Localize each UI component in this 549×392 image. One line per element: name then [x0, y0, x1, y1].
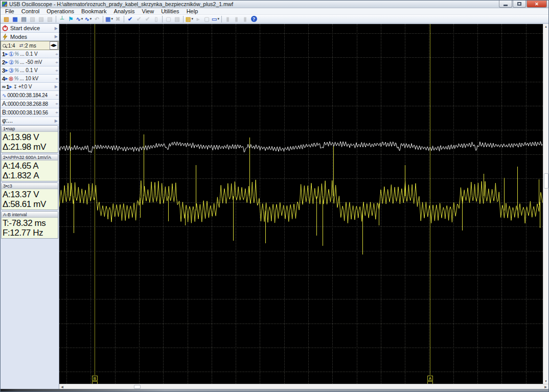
- panel-header[interactable]: 1•nap: [2, 126, 58, 132]
- panel-header[interactable]: A-B interval: [2, 212, 58, 218]
- measurement-panels: 1•napA:13.98 VΔ:21.98 mV2•APPA32 600A 1m…: [1, 125, 59, 240]
- play-icon: ▶: [5, 77, 8, 81]
- channel-enabled-icon[interactable]: ②: [9, 59, 14, 66]
- horizontal-scroll-thumb[interactable]: [134, 385, 141, 389]
- scroll-down-icon[interactable]: ▼: [543, 379, 549, 384]
- menu-analysis[interactable]: Analysis: [110, 8, 139, 15]
- menu-control[interactable]: Control: [18, 8, 43, 15]
- chevron-right-icon: ▶: [55, 84, 58, 89]
- waveform-icon: ∿: [2, 93, 6, 98]
- minimize-button[interactable]: [499, 1, 512, 8]
- panel-header[interactable]: 3•c3: [2, 183, 58, 189]
- panel-body: A:14.65 AΔ:1.832 A: [2, 160, 58, 181]
- phi-label: φ:...: [2, 117, 13, 124]
- toolbar-separator: [103, 16, 103, 22]
- save-icon: ▦: [12, 15, 17, 23]
- display-mode-button[interactable]: ▦▾: [105, 15, 113, 23]
- measurement-panel-1: 1•napA:13.98 VΔ:21.98 mV: [1, 125, 58, 153]
- toolbar: ▨▦▤▧▧▧┴⚑∿▾∿▾↶▦▾✖✔✔✔▯▢▧▨▾▸▢▭▾▮▮▮?: [1, 15, 548, 24]
- panel-body: A:13.37 VΔ:58.61 mV: [2, 189, 58, 210]
- view-time-row[interactable]: ∿0000:00:38.184.24◂▸: [1, 91, 59, 100]
- measurement-panel-3: 3•c3A:13.37 VΔ:58.61 mV: [1, 182, 58, 210]
- channel-3-row[interactable]: 3▶③%... 0.1 V◂▸: [1, 66, 59, 75]
- range-step-buttons[interactable]: ◂▸: [55, 68, 58, 73]
- accept-next-icon: ✔: [136, 15, 141, 23]
- dropdown-arrow-icon[interactable]: ▾: [217, 15, 219, 23]
- duplicate-button: ▧: [37, 15, 45, 23]
- menu-utilities[interactable]: Utilities: [157, 8, 182, 15]
- open-button[interactable]: ▨: [2, 15, 11, 23]
- menu-help[interactable]: Help: [183, 8, 202, 15]
- vertical-scroll-thumb[interactable]: [544, 173, 548, 189]
- timestamp-value: 0000:00:38.190.56: [8, 110, 48, 116]
- start-device-label: Start device: [10, 25, 40, 31]
- range-step-buttons[interactable]: ◂▸: [55, 60, 58, 64]
- time-step-buttons[interactable]: ◂▸: [55, 110, 58, 114]
- menu-bookmark[interactable]: Bookmark: [78, 8, 110, 15]
- channel-2-row[interactable]: 2▶②%... -50 mV◂▸: [1, 58, 59, 66]
- cursor-a-time-row[interactable]: A:0000:00:38.268.88◂▸: [1, 100, 59, 108]
- scroll-left-icon[interactable]: ◀: [59, 385, 65, 388]
- play-icon: ▶: [9, 85, 12, 89]
- toolbar-separator: [183, 16, 184, 22]
- panel-value-2: F:12.77 Hz: [3, 228, 57, 238]
- channel-enabled-icon[interactable]: ③: [9, 67, 14, 74]
- save-button[interactable]: ▦: [11, 15, 19, 23]
- channel-range-value: ... 0.1 V: [20, 51, 37, 57]
- channel-4-row[interactable]: 4▶⊗%... 10 kV◂▸: [1, 75, 59, 83]
- stamp-button: ▧: [173, 15, 181, 23]
- dropdown-arrow-icon[interactable]: ▾: [191, 15, 193, 23]
- folder-settings-button[interactable]: ▨▾: [185, 15, 194, 23]
- time-step-buttons[interactable]: ◂▸: [55, 102, 58, 106]
- zoom-vertical-button[interactable]: ∿▾: [75, 15, 84, 23]
- scroll-right-icon[interactable]: ▶: [543, 385, 548, 388]
- dropdown-arrow-icon[interactable]: ▾: [111, 15, 113, 23]
- archive-button: ▢: [202, 15, 211, 23]
- range-step-buttons[interactable]: ◂▸: [55, 77, 58, 81]
- menu-file[interactable]: File: [2, 8, 18, 15]
- dropdown-arrow-icon[interactable]: ▾: [81, 15, 83, 23]
- timestamp-list: ∿0000:00:38.184.24◂▸A:0000:00:38.268.88◂…: [1, 91, 59, 117]
- trigger-edge-icon: ↧: [13, 84, 17, 89]
- close-button[interactable]: ✕: [527, 1, 547, 8]
- restore-button[interactable]: [513, 1, 526, 8]
- channel-enabled-icon[interactable]: ①: [9, 51, 14, 58]
- cursor-b-time-row[interactable]: B:0000:00:38.190.56◂▸: [1, 108, 59, 117]
- accept-next-button: ✔: [134, 15, 143, 23]
- measure-marker-button[interactable]: ┴: [58, 15, 66, 23]
- view-pane-3-icon: ▮: [243, 15, 246, 23]
- channel-1-row[interactable]: 1▶①%... 0.1 V◂▸: [1, 50, 59, 58]
- zoom-vertical-icon: ∿: [76, 15, 81, 23]
- plot-area[interactable]: BA: [59, 24, 543, 384]
- vertical-scrollbar[interactable]: ▲ ▼: [543, 24, 548, 384]
- label-editor-button[interactable]: ▭▾: [211, 15, 220, 23]
- timebase-step-buttons[interactable]: ◀▶: [50, 41, 58, 50]
- menu-view[interactable]: View: [139, 8, 158, 15]
- waveform-canvas[interactable]: [59, 24, 543, 384]
- menu-operations[interactable]: Operations: [43, 8, 78, 15]
- phase-row[interactable]: φ:... ▶: [1, 117, 59, 125]
- range-step-buttons[interactable]: ◂▸: [55, 52, 58, 56]
- chevron-right-icon: ▶: [55, 34, 58, 39]
- help-button[interactable]: ?: [249, 15, 258, 23]
- undo-button: ↶: [93, 15, 101, 23]
- accept-button[interactable]: ✔: [126, 15, 134, 23]
- scroll-up-icon[interactable]: ▲: [543, 24, 549, 29]
- cursor-a-label[interactable]: A: [427, 376, 433, 381]
- cursor-b-label[interactable]: B: [92, 376, 98, 381]
- sheet-button: ▯: [152, 15, 161, 23]
- zoom-timebase-row[interactable]: :1:4 ⇄ :2 ms ◀▶: [1, 41, 59, 50]
- panel-header[interactable]: 2•APPA32 600A 1mV/A: [2, 154, 58, 160]
- print-button[interactable]: ▤: [19, 15, 28, 23]
- zoom-horizontal-button[interactable]: ∿▾: [84, 15, 93, 23]
- horizontal-scrollbar[interactable]: ◀ ▶: [59, 384, 548, 389]
- sidebar: Start device ▶ Modes ▶ :1:4 ⇄ :2 ms ◀▶ 1…: [1, 24, 59, 389]
- start-device-button[interactable]: Start device ▶: [1, 24, 59, 33]
- trigger-row[interactable]: ∞ 1 ▶ ↧ +f:0 V ▶: [1, 83, 59, 91]
- dropdown-arrow-icon[interactable]: ▾: [90, 15, 92, 23]
- channel-disabled-icon[interactable]: ⊗: [9, 75, 14, 82]
- time-step-buttons[interactable]: ◂▸: [55, 93, 58, 97]
- bookmark-flag-button[interactable]: ⚑: [66, 15, 75, 23]
- modes-button[interactable]: Modes ▶: [1, 33, 59, 41]
- menu-bar: FileControlOperationsBookmarkAnalysisVie…: [1, 8, 548, 15]
